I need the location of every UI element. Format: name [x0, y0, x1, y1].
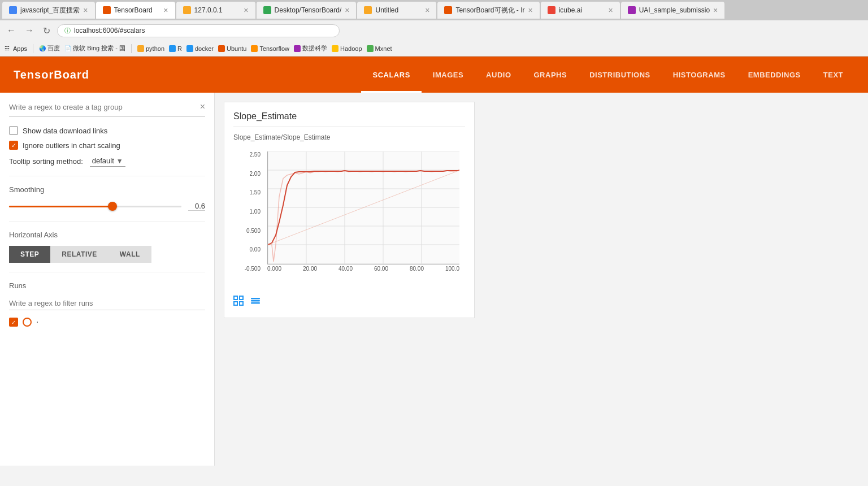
bookmark-ubuntu[interactable]: Ubuntu — [218, 45, 246, 52]
tb-nav: SCALARS IMAGES AUDIO GRAPHS DISTRIBUTION… — [361, 57, 854, 93]
tab-javascript-baidu[interactable]: javascript_百度搜索 × — [2, 2, 95, 19]
tab-close-btn[interactable]: × — [528, 6, 533, 14]
tab-favicon — [364, 6, 372, 14]
haxis-relative-button[interactable]: RELATIVE — [50, 246, 108, 263]
tab-tensorboard-viz[interactable]: TensorBoard可视化 - Ir × — [437, 2, 539, 19]
bookmark-label: Apps — [13, 45, 27, 52]
bookmark-mxnet[interactable]: Mxnet — [367, 45, 392, 52]
bookmark-baidu[interactable]: 🌏 百度 — [39, 44, 60, 53]
tab-label: TensorBoard可视化 - Ir — [455, 6, 524, 15]
chart-wrapper: 2.50 2.00 1.50 1.00 0.500 0.00 -0.500 — [233, 146, 465, 289]
tab-close-btn[interactable]: × — [83, 6, 88, 14]
bookmark-label: 微软 Bing 搜索 - 国 — [73, 44, 125, 53]
apps-icon: ☷ — [5, 45, 11, 52]
tooltip-sort-arrow-icon: ▼ — [116, 157, 123, 165]
tooltip-sort-select[interactable]: default ▼ — [90, 155, 125, 167]
baidu-icon: 🌏 — [39, 45, 46, 52]
docker-icon — [186, 45, 193, 52]
tab-close-btn[interactable]: × — [244, 6, 248, 14]
tb-main: × Show data download links ✓ Ignore outl… — [0, 93, 868, 466]
tab-icube[interactable]: icube.ai × — [541, 2, 620, 19]
tab-127[interactable]: 127.0.0.1 × — [176, 2, 255, 19]
nav-histograms[interactable]: HISTOGRAMS — [662, 57, 737, 93]
nav-scalars[interactable]: SCALARS — [361, 57, 421, 93]
tab-untitled[interactable]: Untitled × — [357, 2, 436, 19]
bookmark-label: Mxnet — [375, 45, 392, 52]
y-label-neg: -0.500 — [245, 266, 261, 272]
bookmark-python[interactable]: python — [137, 45, 164, 52]
x-axis: 0.000 20.00 40.00 60.00 80.00 100.0 — [267, 264, 459, 272]
ignore-outliers-label: Ignore outliers in chart scaling — [23, 141, 120, 150]
tab-label: Untitled — [375, 6, 422, 14]
address-bar[interactable]: ⓘ localhost:6006/#scalars — [57, 24, 340, 37]
tab-close-btn[interactable]: × — [425, 6, 429, 14]
nav-audio[interactable]: AUDIO — [475, 57, 522, 93]
nav-images[interactable]: IMAGES — [422, 57, 475, 93]
bookmark-bing[interactable]: 📄 微软 Bing 搜索 - 国 — [64, 44, 125, 53]
svg-rect-15 — [240, 296, 243, 300]
data-download-button[interactable] — [250, 296, 261, 309]
tab-favicon — [628, 6, 636, 14]
mxnet-icon — [367, 45, 374, 52]
chart-card: Slope_Estimate Slope_Estimate/Slope_Esti… — [224, 102, 475, 318]
bookmark-apps[interactable]: ☷ Apps — [5, 45, 27, 52]
tab-desktop[interactable]: Desktop/TensorBoard/ × — [257, 2, 357, 19]
chart-svg — [267, 151, 459, 264]
bookmark-docker[interactable]: docker — [186, 45, 214, 52]
x-label-60: 60.00 — [374, 266, 388, 272]
haxis-step-button[interactable]: STEP — [9, 246, 50, 263]
tab-close-btn[interactable]: × — [713, 6, 718, 14]
datascience-icon — [294, 45, 301, 52]
download-links-checkbox[interactable] — [9, 126, 18, 135]
y-label-050: 0.500 — [246, 228, 261, 234]
bing-icon: 📄 — [64, 45, 71, 52]
nav-distributions[interactable]: DISTRIBUTIONS — [578, 57, 662, 93]
svg-rect-18 — [251, 298, 260, 300]
tb-content: Slope_Estimate Slope_Estimate/Slope_Esti… — [215, 93, 868, 466]
tab-uai[interactable]: UAI_sample_submissio × — [621, 2, 725, 19]
tab-favicon — [548, 6, 555, 14]
ignore-outliers-checkbox[interactable]: ✓ — [9, 141, 18, 150]
bookmark-datascience[interactable]: 数据科学 — [294, 44, 327, 53]
run-circle-1[interactable] — [23, 318, 32, 327]
address-bar-row: ← → ↻ ⓘ localhost:6006/#scalars — [0, 20, 868, 41]
smoothing-slider-fill — [9, 206, 112, 207]
x-label-0: 0.000 — [267, 266, 281, 272]
download-links-row: Show data download links — [9, 126, 205, 135]
nav-text[interactable]: TEXT — [812, 57, 854, 93]
runs-filter-input[interactable] — [9, 297, 205, 310]
x-label-20: 20.00 — [303, 266, 317, 272]
python-icon — [137, 45, 144, 52]
tag-group-search-close[interactable]: × — [200, 102, 205, 112]
expand-icon — [233, 296, 244, 306]
back-button[interactable]: ← — [5, 24, 18, 37]
tab-tensorboard[interactable]: TensorBoard × — [96, 2, 175, 19]
nav-graphs[interactable]: GRAPHS — [523, 57, 579, 93]
bookmark-hadoop[interactable]: Hadoop — [332, 45, 362, 52]
download-links-label: Show data download links — [23, 127, 107, 135]
tag-group-search-input[interactable] — [9, 103, 200, 111]
chart-subtitle: Slope_Estimate/Slope_Estimate — [233, 133, 465, 141]
y-label-150: 1.50 — [250, 189, 261, 196]
runs-list: ✓ · — [9, 317, 205, 327]
bookmark-r[interactable]: R — [169, 45, 182, 52]
tab-close-btn[interactable]: × — [163, 6, 168, 14]
smoothing-value: 0.6 — [188, 202, 205, 211]
tab-close-btn[interactable]: × — [345, 6, 349, 14]
bookmark-tensorflow[interactable]: Tensorflow — [251, 45, 289, 52]
run-checkbox-1[interactable]: ✓ — [9, 318, 18, 327]
tb-header: TensorBoard SCALARS IMAGES AUDIO GRAPHS … — [0, 57, 868, 93]
smoothing-slider-thumb[interactable] — [108, 202, 117, 211]
tab-label: UAI_sample_submissio — [639, 6, 710, 14]
smoothing-slider-track — [9, 206, 181, 207]
nav-embeddings[interactable]: EMBEDDINGS — [737, 57, 812, 93]
svg-rect-16 — [234, 302, 237, 305]
tab-bar: javascript_百度搜索 × TensorBoard × 127.0.0.… — [0, 0, 868, 20]
hadoop-icon — [332, 45, 338, 52]
reload-button[interactable]: ↻ — [41, 24, 53, 37]
fullscreen-button[interactable] — [233, 296, 244, 309]
haxis-wall-button[interactable]: WALL — [108, 246, 151, 263]
tab-close-btn[interactable]: × — [609, 6, 613, 14]
forward-button[interactable]: → — [23, 24, 36, 37]
ubuntu-icon — [218, 45, 225, 52]
